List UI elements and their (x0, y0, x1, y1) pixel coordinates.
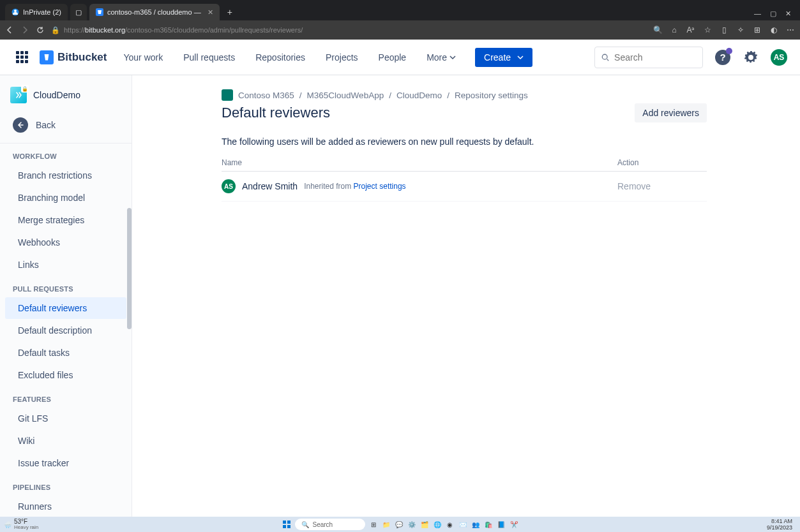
breadcrumb-org[interactable]: Contoso M365 (238, 91, 294, 100)
project-icon (222, 89, 233, 101)
close-window-icon[interactable]: ✕ (785, 10, 791, 18)
settings-button[interactable] (743, 49, 759, 66)
minimize-icon[interactable]: — (754, 10, 761, 18)
back-label: Back (36, 120, 56, 130)
new-tab-button[interactable]: + (222, 4, 238, 20)
sidebar-item-excluded-files[interactable]: Excluded files (5, 364, 126, 386)
repo-name: CloudDemo (33, 90, 80, 100)
user-avatar-icon: AS (222, 179, 236, 193)
inprivate-icon (11, 8, 19, 16)
section-pipelines: PIPELINES (0, 475, 132, 495)
url-path: /contoso-m365/clouddemo/admin/pullreques… (125, 26, 303, 34)
scrollbar[interactable] (127, 208, 132, 329)
sidebar-item-branching-model[interactable]: Branching model (5, 187, 126, 209)
svg-point-3 (602, 54, 607, 59)
sidebar-item-git-lfs[interactable]: Git LFS (5, 408, 126, 429)
svg-line-4 (607, 59, 609, 61)
sidebar-item-webhooks[interactable]: Webhooks (5, 232, 126, 253)
add-reviewers-button[interactable]: Add reviewers (635, 103, 707, 122)
sidebar: 🔒 CloudDemo Back WORKFLOW Branch restric… (0, 75, 132, 517)
table-row: AS Andrew Smith Inherited from Project s… (222, 172, 707, 202)
sidebar-item-default-tasks[interactable]: Default tasks (5, 342, 126, 364)
sidebar-item-links[interactable]: Links (5, 254, 126, 276)
reviewers-table: Name Action AS Andrew Smith Inherited fr… (222, 158, 707, 202)
topnav: Bitbucket Your work Pull requests Reposi… (0, 40, 800, 75)
maximize-icon[interactable]: ▢ (770, 10, 776, 18)
page-description: The following users will be added as rev… (222, 137, 707, 147)
breadcrumb-sep: / (299, 91, 302, 100)
column-name: Name (222, 158, 617, 167)
breadcrumb-page[interactable]: Repository settings (455, 91, 528, 100)
section-workflow: WORKFLOW (0, 144, 132, 164)
sidebar-item-issue-tracker[interactable]: Issue tracker (5, 452, 126, 474)
browser-tab-label: contoso-m365 / clouddemo — (107, 8, 201, 16)
inherited-prefix: Inherited from (304, 182, 353, 191)
address-bar[interactable]: 🔒 https://bitbucket.org/contoso-m365/clo… (51, 26, 647, 34)
more-icon[interactable]: ⋯ (786, 26, 795, 34)
repo-icon: 🔒 (10, 87, 27, 103)
collections-icon[interactable]: ✧ (736, 26, 745, 34)
section-pull-requests: PULL REQUESTS (0, 276, 132, 297)
inherited-text: Inherited from Project settings (304, 182, 405, 191)
bitbucket-favicon (96, 8, 103, 16)
search-field[interactable] (594, 47, 703, 68)
nav-back-icon[interactable] (5, 26, 14, 34)
breadcrumb: Contoso M365 / M365CloudWebApp / CloudDe… (222, 89, 707, 101)
extensions-icon[interactable]: ⊞ (753, 26, 762, 34)
nav-repositories[interactable]: Repositories (248, 52, 313, 63)
refresh-icon[interactable] (36, 26, 45, 34)
url-proto: https:// (64, 26, 85, 34)
project-settings-link[interactable]: Project settings (354, 182, 406, 191)
browser-tab-inprivate[interactable]: InPrivate (2) (5, 4, 68, 20)
inprivate-badge-icon[interactable]: ◐ (769, 26, 778, 34)
back-button[interactable]: Back (0, 111, 132, 143)
gear-icon (744, 51, 757, 64)
lock-icon: 🔒 (51, 26, 60, 34)
window-controls: — ▢ ✕ (754, 10, 795, 20)
search-icon (601, 53, 609, 62)
nav-your-work[interactable]: Your work (116, 52, 170, 63)
browser-tab-square[interactable]: ▢ (70, 4, 87, 20)
create-label: Create (484, 52, 511, 63)
remove-action: Remove (617, 181, 707, 191)
bitbucket-logo-icon (40, 50, 54, 64)
search-input[interactable] (614, 52, 696, 63)
breadcrumb-sep: / (447, 91, 449, 100)
browser-tab-label: InPrivate (2) (23, 8, 61, 16)
column-action: Action (617, 158, 707, 167)
user-avatar-button[interactable]: AS (771, 49, 787, 66)
sidebar-item-wiki[interactable]: Wiki (5, 430, 126, 452)
app-body: 🔒 CloudDemo Back WORKFLOW Branch restric… (0, 75, 800, 517)
bitbucket-logo[interactable]: Bitbucket (40, 50, 107, 64)
sidebar-item-runners[interactable]: Runners (5, 496, 126, 517)
nav-pull-requests[interactable]: Pull requests (176, 52, 243, 63)
sidebar-item-default-description[interactable]: Default description (5, 320, 126, 341)
back-arrow-icon (13, 117, 28, 133)
browser-titlebar: InPrivate (2) ▢ contoso-m365 / clouddemo… (0, 0, 800, 20)
create-button[interactable]: Create (475, 48, 532, 67)
shopping-icon[interactable]: ⌂ (670, 26, 679, 34)
zoom-icon[interactable]: 🔍 (653, 26, 662, 34)
user-name: Andrew Smith (242, 181, 298, 191)
nav-more[interactable]: More (419, 52, 464, 63)
svg-point-1 (14, 10, 17, 12)
breadcrumb-repo[interactable]: CloudDemo (396, 91, 442, 100)
browser-toolbar: 🔒 https://bitbucket.org/contoso-m365/clo… (0, 20, 800, 40)
favorite-icon[interactable]: ☆ (703, 26, 712, 34)
nav-people[interactable]: People (371, 52, 414, 63)
page-title: Default reviewers (222, 105, 330, 121)
close-icon[interactable]: ✕ (208, 8, 213, 17)
sidebar-item-branch-restrictions[interactable]: Branch restrictions (5, 165, 126, 186)
help-button[interactable]: ? (714, 49, 731, 66)
sidebar-item-default-reviewers[interactable]: Default reviewers (5, 297, 126, 319)
sidebar-item-merge-strategies[interactable]: Merge strategies (5, 209, 126, 231)
repo-header[interactable]: 🔒 CloudDemo (0, 75, 132, 111)
breadcrumb-project[interactable]: M365CloudWebApp (307, 91, 384, 100)
browser-tab-active[interactable]: contoso-m365 / clouddemo — ✕ (89, 4, 220, 20)
split-icon[interactable]: ▯ (720, 26, 728, 34)
section-features: FEATURES (0, 387, 132, 407)
product-name: Bitbucket (57, 51, 107, 64)
nav-projects[interactable]: Projects (318, 52, 366, 63)
reader-icon[interactable]: Aᵃ (686, 26, 695, 34)
app-switcher-button[interactable] (13, 48, 31, 66)
